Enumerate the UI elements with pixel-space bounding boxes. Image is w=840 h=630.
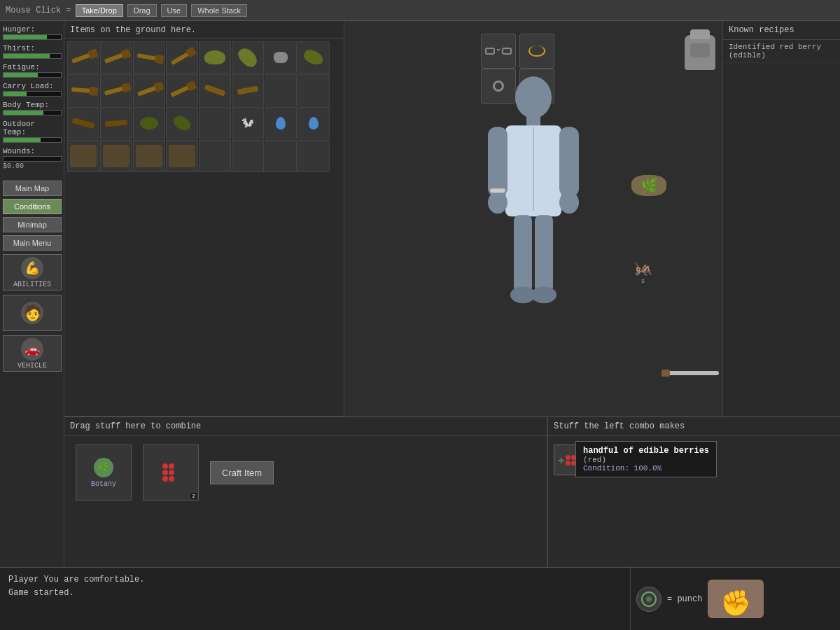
- svg-rect-1: [526, 116, 540, 127]
- tooltip-condition: Condition: 100.0%: [583, 464, 709, 472]
- ground-cell[interactable]: [298, 140, 330, 172]
- knife-item[interactable]: [662, 370, 719, 377]
- ground-cell[interactable]: [232, 140, 264, 172]
- ground-cell[interactable]: [298, 74, 330, 106]
- character-button[interactable]: 🧑: [3, 295, 62, 331]
- action-icon: [636, 587, 662, 612]
- twig-item: [204, 84, 226, 97]
- carry-bar-bg: [3, 91, 62, 97]
- status-line1: Player You are comfortable.: [8, 573, 622, 587]
- hunger-bar: [4, 35, 47, 39]
- svg-rect-12: [490, 188, 505, 192]
- svg-rect-3: [488, 127, 507, 197]
- dirt-item: [169, 145, 195, 167]
- character-icon: 🧑: [21, 302, 43, 324]
- action-label: = punch: [667, 594, 702, 604]
- ground-cell[interactable]: [298, 41, 330, 74]
- ground-cell[interactable]: [133, 74, 165, 106]
- main-menu-button[interactable]: Main Menu: [3, 235, 62, 251]
- main-map-button[interactable]: Main Map: [3, 181, 62, 196]
- ground-cell[interactable]: [100, 74, 132, 106]
- ground-cell[interactable]: [166, 107, 198, 139]
- leaf2-item: [302, 48, 325, 66]
- ground-cell[interactable]: [100, 140, 132, 172]
- ground-panel: Items on the ground here.: [64, 21, 344, 416]
- backpack-area: [685, 35, 715, 70]
- right-hand-item[interactable]: 🌿: [631, 175, 666, 196]
- character-body: [463, 71, 603, 340]
- ground-cell[interactable]: [265, 41, 297, 74]
- craft-item-button[interactable]: Craft Item: [210, 461, 274, 484]
- skill-label: Botany: [91, 480, 116, 488]
- ground-cell[interactable]: [199, 41, 231, 74]
- ground-cell[interactable]: [265, 107, 297, 139]
- body-temp-bar-bg: [3, 110, 62, 115]
- use-button[interactable]: Use: [161, 4, 188, 17]
- botany-icon: 🌿: [94, 458, 113, 477]
- ground-cell[interactable]: [199, 140, 231, 172]
- berry-count: 2: [190, 493, 197, 499]
- ground-cell[interactable]: [100, 41, 132, 74]
- minimap-button[interactable]: Minimap: [3, 217, 62, 232]
- ground-cell[interactable]: [133, 41, 165, 74]
- svg-point-6: [559, 191, 579, 214]
- ground-cell[interactable]: [67, 107, 99, 139]
- recipe-item[interactable]: Identified red berry (edible): [723, 40, 840, 63]
- body-temp-bar: [4, 111, 43, 115]
- craft-berry-slot[interactable]: 2: [143, 444, 199, 500]
- svg-point-5: [488, 191, 507, 214]
- abilities-button[interactable]: 💪 ABILITIES: [3, 254, 62, 290]
- ground-cell[interactable]: [232, 41, 264, 74]
- hunger-stat: Hunger:: [3, 25, 61, 40]
- berry-cluster: [162, 463, 179, 482]
- whole-stack-button[interactable]: Whole Stack: [191, 4, 247, 17]
- results-panel: Stuff the left combo makes ✛: [547, 416, 840, 574]
- abilities-icon: 💪: [21, 257, 43, 279]
- ground-cell[interactable]: [133, 107, 165, 139]
- status-bar: Player You are comfortable. Game started…: [0, 567, 840, 630]
- svg-point-10: [531, 286, 556, 303]
- outdoor-temp-bar: [4, 138, 41, 142]
- stick-item: [71, 51, 95, 63]
- ground-cell[interactable]: [166, 74, 198, 106]
- stick-item: [137, 53, 162, 62]
- ground-cell[interactable]: [67, 41, 99, 74]
- ground-cell[interactable]: [166, 41, 198, 74]
- ground-cell[interactable]: [199, 74, 231, 106]
- ground-cell[interactable]: [67, 74, 99, 106]
- conditions-button[interactable]: Conditions: [3, 199, 62, 214]
- glasses-slot[interactable]: [481, 34, 516, 69]
- carry-stat: Carry Load:: [3, 82, 61, 97]
- thirst-bar: [4, 54, 50, 58]
- drag-button[interactable]: Drag: [127, 4, 157, 17]
- toolbar: Mouse Click = Take/Drop Drag Use Whole S…: [0, 0, 840, 21]
- ground-cell[interactable]: [298, 107, 330, 139]
- bug-icon: 🦗: [634, 259, 652, 278]
- vehicle-button[interactable]: 🚗 VEHICLE: [3, 335, 62, 372]
- outdoor-temp-stat: Outdoor Temp:: [3, 120, 61, 143]
- ground-cell[interactable]: [265, 140, 297, 172]
- dirt-item: [103, 145, 130, 167]
- ground-cell[interactable]: [265, 74, 297, 106]
- ground-cell[interactable]: [232, 74, 264, 106]
- ground-cell[interactable]: [133, 140, 165, 172]
- stick-item: [105, 120, 128, 127]
- water-item: [309, 117, 318, 130]
- svg-point-0: [515, 76, 552, 118]
- necklace-slot[interactable]: [519, 34, 554, 69]
- rock-item: [274, 52, 288, 63]
- ground-cell[interactable]: [199, 107, 231, 139]
- action-panel: = punch ✊: [630, 568, 840, 630]
- ground-cell[interactable]: 🐿: [232, 107, 264, 139]
- craft-skill-slot[interactable]: 🌿 Botany: [76, 444, 132, 500]
- dirt-item: [136, 145, 162, 167]
- item-tooltip: handful of edible berries (red) Conditio…: [575, 441, 717, 477]
- take-drop-button[interactable]: Take/Drop: [76, 4, 123, 17]
- left-hand-item[interactable]: 🦗 s: [634, 259, 652, 285]
- leaf3-item: [140, 117, 158, 130]
- svg-rect-7: [514, 215, 532, 292]
- stick-item: [104, 85, 128, 96]
- ground-cell[interactable]: [67, 140, 99, 172]
- ground-cell[interactable]: [100, 107, 132, 139]
- ground-cell[interactable]: [166, 140, 198, 172]
